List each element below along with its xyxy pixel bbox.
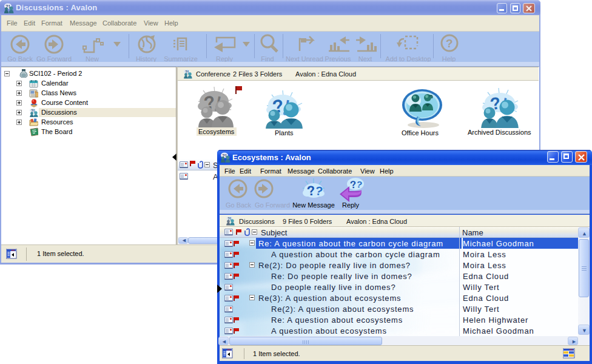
svg-text:?: ? xyxy=(355,179,363,190)
svg-text:?: ? xyxy=(446,37,453,50)
